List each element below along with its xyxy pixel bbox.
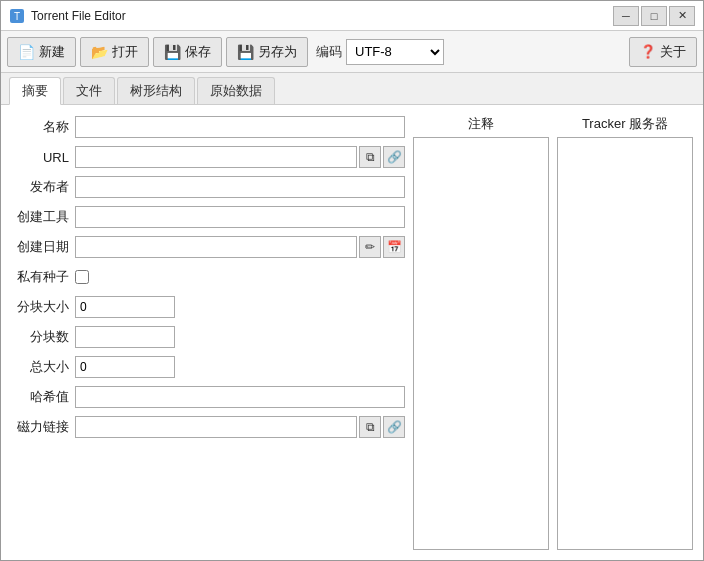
url-label: URL (11, 150, 69, 165)
url-link-button[interactable]: 🔗 (383, 146, 405, 168)
new-button[interactable]: 📄 新建 (7, 37, 76, 67)
magnet-input-group: ⧉ 🔗 (75, 416, 405, 438)
maximize-button[interactable]: □ (641, 6, 667, 26)
private-row: 私有种子 (11, 265, 405, 289)
name-label: 名称 (11, 118, 69, 136)
publisher-input[interactable] (75, 176, 405, 198)
saveas-button[interactable]: 💾 另存为 (226, 37, 308, 67)
piece-size-label: 分块大小 (11, 298, 69, 316)
encoding-label: 编码 (316, 43, 342, 61)
open-label: 打开 (112, 43, 138, 61)
tool-row: 创建工具 (11, 205, 405, 229)
toolbar: 📄 新建 📂 打开 💾 保存 💾 另存为 编码 UTF-8 GBK ISO-88… (1, 31, 703, 73)
tracker-list-area[interactable] (557, 137, 693, 550)
name-row: 名称 (11, 115, 405, 139)
help-icon: ❓ (640, 44, 656, 59)
comment-panel: 注释 (413, 115, 549, 550)
piece-count-input[interactable] (75, 326, 175, 348)
tabs-bar: 摘要 文件 树形结构 原始数据 (1, 73, 703, 105)
date-input[interactable] (75, 236, 357, 258)
url-input-group: ⧉ 🔗 (75, 146, 405, 168)
publisher-row: 发布者 (11, 175, 405, 199)
magnet-input[interactable] (75, 416, 357, 438)
name-input[interactable] (75, 116, 405, 138)
magnet-row: 磁力链接 ⧉ 🔗 (11, 415, 405, 439)
help-button[interactable]: ❓ 关于 (629, 37, 697, 67)
url-row: URL ⧉ 🔗 (11, 145, 405, 169)
saveas-label: 另存为 (258, 43, 297, 61)
new-icon: 📄 (18, 44, 35, 60)
main-window: T Torrent File Editor ─ □ ✕ 📄 新建 📂 打开 💾 … (0, 0, 704, 561)
svg-text:T: T (14, 11, 20, 22)
minimize-button[interactable]: ─ (613, 6, 639, 26)
comment-textarea-area[interactable] (413, 137, 549, 550)
comment-panel-title: 注释 (413, 115, 549, 133)
total-size-input[interactable] (75, 356, 175, 378)
total-size-row: 总大小 (11, 355, 405, 379)
piece-size-input[interactable] (75, 296, 175, 318)
window-title: Torrent File Editor (31, 9, 613, 23)
app-icon: T (9, 8, 25, 24)
new-label: 新建 (39, 43, 65, 61)
right-panels: 注释 Tracker 服务器 (413, 115, 693, 550)
piece-size-row: 分块大小 (11, 295, 405, 319)
date-label: 创建日期 (11, 238, 69, 256)
date-edit-button[interactable]: ✏ (359, 236, 381, 258)
date-calendar-button[interactable]: 📅 (383, 236, 405, 258)
tab-raw[interactable]: 原始数据 (197, 77, 275, 104)
magnet-copy-button[interactable]: ⧉ (359, 416, 381, 438)
open-icon: 📂 (91, 44, 108, 60)
close-button[interactable]: ✕ (669, 6, 695, 26)
tab-tree[interactable]: 树形结构 (117, 77, 195, 104)
save-icon: 💾 (164, 44, 181, 60)
hash-label: 哈希值 (11, 388, 69, 406)
hash-input[interactable] (75, 386, 405, 408)
tracker-panel-title: Tracker 服务器 (557, 115, 693, 133)
url-input[interactable] (75, 146, 357, 168)
tab-files[interactable]: 文件 (63, 77, 115, 104)
content-area: 名称 URL ⧉ 🔗 发布者 创建工具 (1, 105, 703, 560)
tracker-panel: Tracker 服务器 (557, 115, 693, 550)
private-checkbox[interactable] (75, 270, 89, 284)
encoding-select[interactable]: UTF-8 GBK ISO-8859-1 (346, 39, 444, 65)
tab-summary[interactable]: 摘要 (9, 77, 61, 105)
piece-count-label: 分块数 (11, 328, 69, 346)
tool-input[interactable] (75, 206, 405, 228)
title-bar: T Torrent File Editor ─ □ ✕ (1, 1, 703, 31)
help-label: 关于 (660, 43, 686, 61)
private-label: 私有种子 (11, 268, 69, 286)
save-button[interactable]: 💾 保存 (153, 37, 222, 67)
url-copy-button[interactable]: ⧉ (359, 146, 381, 168)
save-label: 保存 (185, 43, 211, 61)
open-button[interactable]: 📂 打开 (80, 37, 149, 67)
piece-count-row: 分块数 (11, 325, 405, 349)
total-size-label: 总大小 (11, 358, 69, 376)
magnet-label: 磁力链接 (11, 418, 69, 436)
tool-label: 创建工具 (11, 208, 69, 226)
publisher-label: 发布者 (11, 178, 69, 196)
magnet-link-button[interactable]: 🔗 (383, 416, 405, 438)
hash-row: 哈希值 (11, 385, 405, 409)
date-input-group: ✏ 📅 (75, 236, 405, 258)
saveas-icon: 💾 (237, 44, 254, 60)
date-row: 创建日期 ✏ 📅 (11, 235, 405, 259)
window-controls: ─ □ ✕ (613, 6, 695, 26)
form-panel: 名称 URL ⧉ 🔗 发布者 创建工具 (11, 115, 405, 550)
encoding-area: 编码 UTF-8 GBK ISO-8859-1 (316, 39, 444, 65)
